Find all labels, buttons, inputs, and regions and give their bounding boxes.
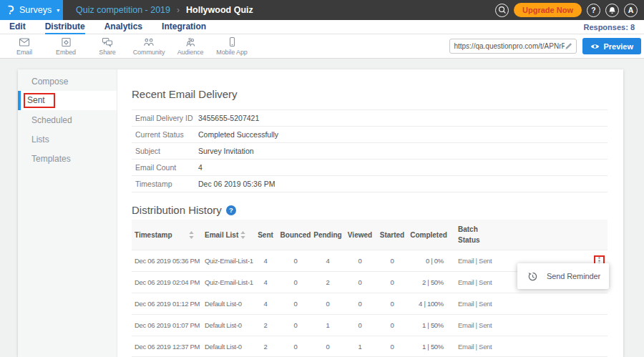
cell-viewed: 0 [343,257,376,265]
cell-email-list: Default List-0 [200,300,252,308]
cell-viewed: 0 [343,321,376,329]
recent-email-delivery-title: Recent Email Delivery [132,88,608,100]
notifications-bell-icon[interactable] [605,4,619,17]
column-header-sent: Sent [252,231,279,239]
paid-audience-icon: $ [185,36,196,47]
cell-viewed: 0 [343,278,376,286]
cell-bounced: 0 [279,343,312,351]
content-card: Compose Sent Scheduled Lists Templates R… [18,69,623,357]
table-row: Dec 06 2019 01:12 PM Default List-0 4 0 … [132,293,608,314]
detail-value: 4 [198,163,203,172]
email-delivery-details: Email Delivery ID 3455655-5207421 Curren… [132,109,608,192]
detail-label: Email Delivery ID [132,114,198,122]
sort-icon[interactable] [240,231,245,239]
column-header-email-list[interactable]: Email List [200,231,252,239]
topbar-actions: Upgrade Now ? A [495,0,644,20]
cell-pending: 0 [312,300,343,308]
cell-viewed: 0 [343,300,376,308]
cell-timestamp: Dec 06 2019 02:04 PM [132,278,200,286]
tab-integration[interactable]: Integration [162,20,206,34]
detail-row: Subject Survey Invitation [132,142,608,159]
detail-row: Email Delivery ID 3455655-5207421 [132,109,608,126]
tab-analytics[interactable]: Analytics [104,20,142,34]
tool-audience[interactable]: $ Audience [170,35,211,58]
cell-timestamp: Dec 06 2019 12:37 PM [132,343,200,351]
sidebar-item-templates[interactable]: Templates [18,149,117,168]
product-menu[interactable]: Surveys ▾ [0,0,63,20]
tool-embed[interactable]: Embed [45,35,87,58]
breadcrumb-separator-icon: › [177,5,180,15]
survey-url-box [449,39,577,54]
table-row: Dec 06 2019 12:37 PM Default List-0 2 0 … [132,336,608,357]
cell-completed: 2 | 50% [408,278,449,286]
tool-label: Share [99,49,116,56]
cell-email-list: Default List-0 [200,321,252,329]
sidebar-item-scheduled[interactable]: Scheduled [18,110,117,129]
top-bar: Surveys ▾ Quiz competition - 2019 › Holl… [0,0,644,20]
sidebar-item-lists[interactable]: Lists [18,129,117,149]
tool-community[interactable]: Community [128,35,170,58]
cell-bounced: 0 [279,257,312,265]
cell-pending: 2 [312,278,343,286]
annotation-highlight-box: Sent [24,93,55,108]
cell-timestamp: Dec 06 2019 01:12 PM [132,300,200,308]
main-panel: Recent Email Delivery Email Delivery ID … [117,69,623,357]
cell-started: 0 [376,278,408,286]
preview-label: Preview [603,42,633,51]
cell-viewed: 1 [343,343,376,351]
detail-value: 3455655-5207421 [198,114,259,122]
detail-label: Subject [132,147,198,155]
responses-count-link[interactable]: Responses: 8 [583,23,635,31]
questionpro-logo-icon [6,4,15,16]
menu-item-send-reminder[interactable]: Send Reminder [547,272,600,280]
avatar[interactable]: A [624,4,638,17]
cell-sent: 2 [252,343,279,351]
table-row: Dec 06 2019 01:07 PM Default List-0 2 0 … [132,314,608,336]
help-icon[interactable]: ? [587,4,600,17]
edit-pencil-icon[interactable] [565,42,572,50]
detail-value: Survey Invitation [198,147,254,155]
embed-window-icon [61,37,72,47]
detail-row: Email Count 4 [132,159,608,175]
cell-email-list: Quiz-Email-List-1 [200,257,252,265]
column-header-viewed: Viewed [343,231,376,239]
tab-distribute[interactable]: Distribute [45,20,85,34]
cell-pending: 0 [312,343,343,351]
chevron-down-icon: ▾ [57,7,59,14]
breadcrumb-survey-name: Hollywood Quiz [186,5,253,15]
column-header-started: Started [376,231,408,239]
tool-share[interactable]: Share [87,35,128,58]
tool-mobile-app[interactable]: Mobile App [211,35,253,58]
cell-started: 0 [376,300,408,308]
cell-started: 0 [376,343,408,351]
preview-button[interactable]: Preview [582,38,641,54]
cell-email-list: Quiz-Email-List-1 [200,278,252,286]
column-header-batch-status: Batch Status [449,224,540,246]
breadcrumb-folder[interactable]: Quiz competition - 2019 [76,5,170,15]
tool-label: Community [133,49,165,56]
cell-timestamp: Dec 06 2019 05:36 PM [132,257,200,265]
cell-batch-status: Email | Sent [449,300,540,308]
upgrade-now-button[interactable]: Upgrade Now [514,3,582,17]
sort-icon[interactable] [189,231,194,239]
tool-label: Audience [177,49,204,56]
people-group-icon [143,37,155,47]
cell-sent: 4 [252,300,279,308]
help-tooltip-icon[interactable]: ? [226,205,236,215]
distribute-toolbar: Email Embed Share Community $ Audience M… [0,34,644,59]
column-header-bounced: Bounced [279,231,312,239]
survey-url-input[interactable] [454,42,565,50]
search-icon[interactable] [495,4,509,17]
table-header-row: Timestamp Email List Sent Bounced Pendin… [132,220,608,250]
tab-edit[interactable]: Edit [9,20,26,34]
tool-email[interactable]: Email [4,35,45,58]
column-header-timestamp[interactable]: Timestamp [132,231,200,239]
distribution-history-title: Distribution History [132,204,222,216]
cell-pending: 1 [312,321,343,329]
sidebar-item-sent[interactable]: Sent [18,91,117,110]
tool-label: Mobile App [216,49,248,56]
cell-batch-status: Email | Sent [449,343,540,351]
phone-icon [227,36,238,47]
email-sidebar: Compose Sent Scheduled Lists Templates [18,69,117,357]
sidebar-item-compose[interactable]: Compose [18,72,117,91]
